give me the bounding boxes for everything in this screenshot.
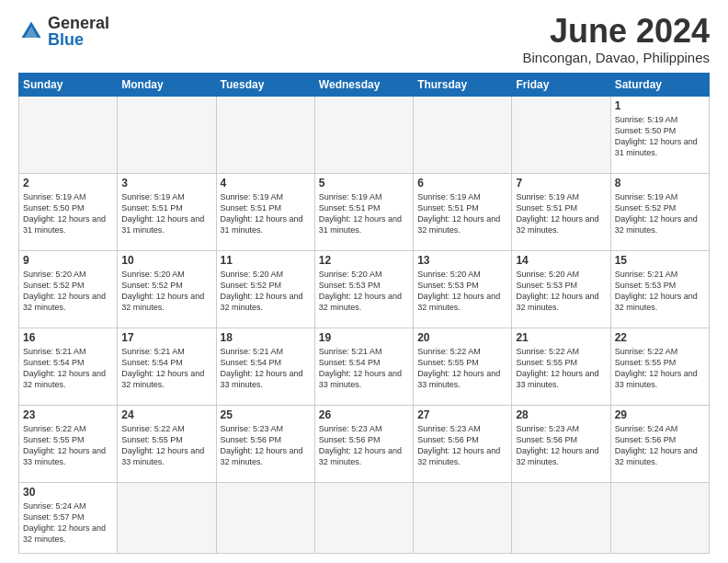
calendar-cell: 9Sunrise: 5:20 AM Sunset: 5:52 PM Daylig… xyxy=(19,250,118,327)
day-number: 24 xyxy=(121,408,211,421)
calendar-cell: 10Sunrise: 5:20 AM Sunset: 5:52 PM Dayli… xyxy=(118,250,216,327)
day-info: Sunrise: 5:21 AM Sunset: 5:54 PM Dayligh… xyxy=(319,346,409,391)
day-number: 30 xyxy=(23,486,113,499)
day-info: Sunrise: 5:19 AM Sunset: 5:50 PM Dayligh… xyxy=(23,191,113,236)
week-row: 16Sunrise: 5:21 AM Sunset: 5:54 PM Dayli… xyxy=(19,327,710,405)
day-number: 8 xyxy=(615,177,705,190)
day-number: 11 xyxy=(221,254,311,267)
calendar-cell xyxy=(216,97,314,174)
calendar-cell: 1Sunrise: 5:19 AM Sunset: 5:50 PM Daylig… xyxy=(610,97,709,174)
day-number: 15 xyxy=(615,254,705,267)
day-info: Sunrise: 5:19 AM Sunset: 5:51 PM Dayligh… xyxy=(516,191,606,236)
day-info: Sunrise: 5:19 AM Sunset: 5:50 PM Dayligh… xyxy=(615,114,705,159)
day-number: 28 xyxy=(516,408,606,421)
logo-general: General xyxy=(48,15,109,31)
calendar-cell: 16Sunrise: 5:21 AM Sunset: 5:54 PM Dayli… xyxy=(19,327,118,405)
day-number: 27 xyxy=(417,408,507,421)
day-number: 14 xyxy=(516,254,606,267)
calendar-cell: 17Sunrise: 5:21 AM Sunset: 5:54 PM Dayli… xyxy=(118,327,216,405)
day-info: Sunrise: 5:19 AM Sunset: 5:52 PM Dayligh… xyxy=(615,191,705,236)
calendar-cell: 14Sunrise: 5:20 AM Sunset: 5:53 PM Dayli… xyxy=(512,250,610,327)
day-info: Sunrise: 5:23 AM Sunset: 5:56 PM Dayligh… xyxy=(319,423,409,468)
day-number: 1 xyxy=(615,99,705,112)
title-area: June 2024 Bincongan, Davao, Philippines xyxy=(523,15,710,65)
calendar-cell: 25Sunrise: 5:23 AM Sunset: 5:56 PM Dayli… xyxy=(216,405,314,482)
subtitle: Bincongan, Davao, Philippines xyxy=(523,50,710,65)
calendar-cell xyxy=(19,97,118,174)
month-title: June 2024 xyxy=(523,15,710,48)
day-info: Sunrise: 5:21 AM Sunset: 5:54 PM Dayligh… xyxy=(23,346,113,391)
col-header-tuesday: Tuesday xyxy=(216,74,314,97)
calendar-cell xyxy=(512,97,610,174)
day-number: 25 xyxy=(221,408,311,421)
day-info: Sunrise: 5:19 AM Sunset: 5:51 PM Dayligh… xyxy=(417,191,507,236)
calendar-cell: 21Sunrise: 5:22 AM Sunset: 5:55 PM Dayli… xyxy=(512,327,610,405)
day-info: Sunrise: 5:20 AM Sunset: 5:52 PM Dayligh… xyxy=(23,269,113,314)
col-header-friday: Friday xyxy=(512,74,610,97)
day-number: 12 xyxy=(319,254,409,267)
col-header-sunday: Sunday xyxy=(19,74,118,97)
calendar-cell: 6Sunrise: 5:19 AM Sunset: 5:51 PM Daylig… xyxy=(414,173,512,250)
calendar-cell: 30Sunrise: 5:24 AM Sunset: 5:57 PM Dayli… xyxy=(19,482,118,553)
day-info: Sunrise: 5:20 AM Sunset: 5:53 PM Dayligh… xyxy=(319,269,409,314)
calendar-cell: 13Sunrise: 5:20 AM Sunset: 5:53 PM Dayli… xyxy=(414,250,512,327)
day-number: 20 xyxy=(417,331,507,344)
day-number: 17 xyxy=(121,331,211,344)
day-info: Sunrise: 5:21 AM Sunset: 5:53 PM Dayligh… xyxy=(615,269,705,314)
calendar-cell: 26Sunrise: 5:23 AM Sunset: 5:56 PM Dayli… xyxy=(314,405,413,482)
day-number: 7 xyxy=(516,177,606,190)
calendar-cell: 12Sunrise: 5:20 AM Sunset: 5:53 PM Dayli… xyxy=(314,250,413,327)
day-info: Sunrise: 5:23 AM Sunset: 5:56 PM Dayligh… xyxy=(221,423,311,468)
logo-text: General Blue xyxy=(48,15,109,48)
day-number: 16 xyxy=(23,331,113,344)
day-info: Sunrise: 5:20 AM Sunset: 5:53 PM Dayligh… xyxy=(417,269,507,314)
calendar-cell: 28Sunrise: 5:23 AM Sunset: 5:56 PM Dayli… xyxy=(512,405,610,482)
week-row: 9Sunrise: 5:20 AM Sunset: 5:52 PM Daylig… xyxy=(19,250,710,327)
calendar-cell: 4Sunrise: 5:19 AM Sunset: 5:51 PM Daylig… xyxy=(216,173,314,250)
col-header-monday: Monday xyxy=(118,74,216,97)
week-row: 23Sunrise: 5:22 AM Sunset: 5:55 PM Dayli… xyxy=(19,405,710,482)
day-info: Sunrise: 5:22 AM Sunset: 5:55 PM Dayligh… xyxy=(23,423,113,468)
day-info: Sunrise: 5:24 AM Sunset: 5:57 PM Dayligh… xyxy=(23,500,113,546)
day-number: 9 xyxy=(23,254,113,267)
day-info: Sunrise: 5:21 AM Sunset: 5:54 PM Dayligh… xyxy=(121,346,211,391)
calendar-table: SundayMondayTuesdayWednesdayThursdayFrid… xyxy=(18,73,710,554)
calendar-cell: 19Sunrise: 5:21 AM Sunset: 5:54 PM Dayli… xyxy=(314,327,413,405)
calendar-cell: 22Sunrise: 5:22 AM Sunset: 5:55 PM Dayli… xyxy=(610,327,709,405)
week-row: 30Sunrise: 5:24 AM Sunset: 5:57 PM Dayli… xyxy=(19,482,710,553)
day-info: Sunrise: 5:20 AM Sunset: 5:53 PM Dayligh… xyxy=(516,269,606,314)
day-info: Sunrise: 5:19 AM Sunset: 5:51 PM Dayligh… xyxy=(319,191,409,236)
day-number: 4 xyxy=(221,177,311,190)
day-info: Sunrise: 5:23 AM Sunset: 5:56 PM Dayligh… xyxy=(516,423,606,468)
calendar-cell: 24Sunrise: 5:22 AM Sunset: 5:55 PM Dayli… xyxy=(118,405,216,482)
logo: General Blue xyxy=(18,15,109,48)
calendar-cell: 2Sunrise: 5:19 AM Sunset: 5:50 PM Daylig… xyxy=(19,173,118,250)
calendar-cell xyxy=(118,97,216,174)
day-number: 26 xyxy=(319,408,409,421)
calendar-cell: 27Sunrise: 5:23 AM Sunset: 5:56 PM Dayli… xyxy=(414,405,512,482)
calendar-cell: 8Sunrise: 5:19 AM Sunset: 5:52 PM Daylig… xyxy=(610,173,709,250)
day-info: Sunrise: 5:19 AM Sunset: 5:51 PM Dayligh… xyxy=(121,191,211,236)
week-row: 1Sunrise: 5:19 AM Sunset: 5:50 PM Daylig… xyxy=(19,97,710,174)
col-header-wednesday: Wednesday xyxy=(314,74,413,97)
day-number: 21 xyxy=(516,331,606,344)
day-info: Sunrise: 5:24 AM Sunset: 5:56 PM Dayligh… xyxy=(615,423,705,468)
header: General Blue June 2024 Bincongan, Davao,… xyxy=(18,15,710,65)
day-info: Sunrise: 5:19 AM Sunset: 5:51 PM Dayligh… xyxy=(221,191,311,236)
calendar-cell: 29Sunrise: 5:24 AM Sunset: 5:56 PM Dayli… xyxy=(610,405,709,482)
calendar-cell xyxy=(314,97,413,174)
day-info: Sunrise: 5:23 AM Sunset: 5:56 PM Dayligh… xyxy=(417,423,507,468)
page: General Blue June 2024 Bincongan, Davao,… xyxy=(0,0,728,563)
day-number: 22 xyxy=(615,331,705,344)
day-info: Sunrise: 5:22 AM Sunset: 5:55 PM Dayligh… xyxy=(516,346,606,391)
calendar-cell: 5Sunrise: 5:19 AM Sunset: 5:51 PM Daylig… xyxy=(314,173,413,250)
calendar-cell xyxy=(512,482,610,553)
calendar-header-row: SundayMondayTuesdayWednesdayThursdayFrid… xyxy=(19,74,710,97)
calendar-cell xyxy=(118,482,216,553)
day-info: Sunrise: 5:21 AM Sunset: 5:54 PM Dayligh… xyxy=(221,346,311,391)
day-number: 10 xyxy=(121,254,211,267)
day-number: 6 xyxy=(417,177,507,190)
col-header-saturday: Saturday xyxy=(610,74,709,97)
day-number: 3 xyxy=(121,177,211,190)
calendar-cell: 15Sunrise: 5:21 AM Sunset: 5:53 PM Dayli… xyxy=(610,250,709,327)
